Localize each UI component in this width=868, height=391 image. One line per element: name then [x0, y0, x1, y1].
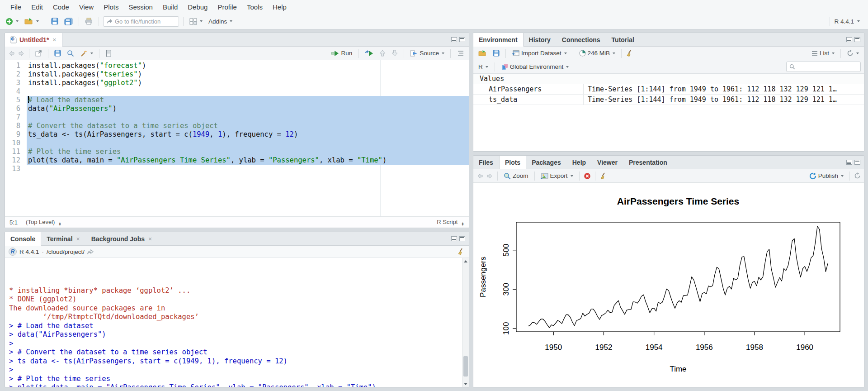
open-dir-arrow-icon[interactable] — [87, 249, 94, 254]
memory-usage-button[interactable]: 246 MiB — [577, 48, 618, 58]
menu-item-code[interactable]: Code — [48, 3, 74, 11]
menu-item-edit[interactable]: Edit — [26, 3, 48, 11]
tab-viewer[interactable]: Viewer — [592, 156, 623, 169]
code-line[interactable]: 10 — [5, 139, 469, 148]
code-tools-button[interactable] — [78, 48, 95, 58]
close-tab-icon[interactable]: × — [148, 235, 152, 243]
run-button[interactable]: Run — [329, 48, 354, 58]
clear-console-broom-icon[interactable] — [457, 248, 465, 255]
code-line[interactable]: 13 — [5, 165, 469, 173]
tab-terminal[interactable]: Terminal× — [41, 232, 86, 245]
go-to-next-button[interactable] — [390, 48, 400, 58]
save-workspace-button[interactable] — [491, 48, 501, 58]
tab-console[interactable]: Console — [5, 232, 41, 246]
code-line[interactable]: 11# Plot the time series — [5, 148, 469, 156]
open-file-button[interactable] — [23, 16, 41, 26]
maximize-pane-icon[interactable] — [854, 37, 860, 42]
close-tab-icon[interactable]: × — [76, 235, 80, 243]
save-all-button[interactable] — [62, 16, 75, 27]
console-output[interactable]: * installing *binary* package ‘ggplot2’ … — [5, 258, 469, 387]
export-plot-button[interactable]: Export — [539, 171, 575, 181]
code-line[interactable]: 7 — [5, 113, 469, 122]
environment-object-row[interactable]: AirPassengersTime-Series [1:144] from 19… — [473, 84, 864, 95]
scope-selector[interactable]: (Top Level) ▲▼ — [26, 219, 61, 226]
tab-background-jobs[interactable]: Background Jobs× — [86, 232, 158, 245]
code-line[interactable]: 9ts_data <- ts(AirPassengers, start = c(… — [5, 130, 469, 139]
tab-presentation[interactable]: Presentation — [623, 156, 673, 169]
code-line[interactable]: 2install.packages("tseries") — [5, 70, 469, 79]
code-line[interactable]: 6data("AirPassengers") — [5, 105, 469, 113]
tab-environment[interactable]: Environment — [473, 33, 524, 47]
close-tab-icon[interactable]: × — [52, 36, 56, 43]
remove-plot-icon[interactable] — [584, 172, 591, 180]
tab-plots[interactable]: Plots — [499, 156, 526, 169]
clear-environment-broom-icon[interactable] — [626, 50, 634, 57]
menu-item-file[interactable]: File — [5, 3, 26, 11]
code-line[interactable]: 3install.packages("ggplot2") — [5, 79, 469, 87]
previous-plot-icon[interactable] — [476, 173, 484, 179]
minimize-pane-icon[interactable] — [846, 37, 852, 42]
menu-item-tools[interactable]: Tools — [242, 3, 268, 11]
menu-item-plots[interactable]: Plots — [99, 3, 123, 11]
scroll-up-icon[interactable] — [462, 258, 469, 264]
code-line[interactable]: 1install.packages("forecast") — [5, 62, 469, 70]
language-selector[interactable]: R — [476, 62, 490, 72]
code-line[interactable]: 8# Convert the dataset to a time series … — [5, 122, 469, 130]
environment-search-input[interactable] — [797, 63, 858, 70]
menu-item-debug[interactable]: Debug — [183, 3, 212, 11]
list-view-button[interactable]: List — [810, 48, 836, 58]
scrollbar-thumb[interactable] — [463, 356, 468, 377]
tab-connections[interactable]: Connections — [557, 33, 606, 46]
tab-tutorial[interactable]: Tutorial — [606, 33, 640, 46]
minimize-pane-icon[interactable] — [451, 236, 457, 241]
go-to-previous-button[interactable] — [377, 48, 387, 58]
next-plot-icon[interactable] — [486, 173, 493, 179]
pane-layout-button[interactable] — [188, 17, 204, 26]
open-new-window-button[interactable] — [33, 49, 44, 58]
rerun-button[interactable] — [363, 49, 375, 58]
code-line[interactable]: 4 — [5, 87, 469, 96]
refresh-plot-icon[interactable] — [854, 172, 861, 179]
menu-item-help[interactable]: Help — [268, 3, 292, 11]
tab-packages[interactable]: Packages — [526, 156, 567, 169]
project-menu-button[interactable]: R 4.4.1 — [834, 18, 864, 25]
maximize-pane-icon[interactable] — [854, 160, 860, 165]
console-scrollbar[interactable] — [462, 258, 469, 387]
publish-button[interactable]: Publish — [807, 171, 845, 181]
doc-type-selector[interactable]: R Script ▲▼ — [437, 219, 464, 226]
save-button[interactable] — [49, 16, 60, 26]
save-source-button[interactable] — [52, 48, 63, 58]
menu-item-view[interactable]: View — [74, 3, 99, 11]
code-editor[interactable]: 1install.packages("forecast")2install.pa… — [5, 60, 469, 216]
scroll-down-icon[interactable] — [462, 381, 469, 387]
menu-item-build[interactable]: Build — [158, 3, 183, 11]
maximize-pane-icon[interactable] — [459, 37, 465, 42]
import-dataset-button[interactable]: Import Dataset — [510, 48, 569, 58]
load-workspace-button[interactable] — [476, 48, 489, 58]
refresh-environment-button[interactable] — [845, 48, 861, 58]
new-file-button[interactable] — [4, 16, 20, 27]
code-line[interactable]: 5# Load the dataset — [5, 96, 469, 105]
maximize-pane-icon[interactable] — [459, 236, 465, 241]
goto-file-input[interactable] — [115, 18, 169, 25]
find-replace-button[interactable] — [65, 48, 76, 58]
minimize-pane-icon[interactable] — [451, 37, 457, 42]
source-button[interactable]: Source — [408, 48, 446, 58]
tab-files[interactable]: Files — [473, 156, 499, 169]
menu-item-profile[interactable]: Profile — [212, 3, 242, 11]
zoom-plot-button[interactable]: Zoom — [502, 171, 530, 181]
clear-all-plots-broom-icon[interactable] — [599, 172, 608, 180]
tab-untitled1[interactable]: R Untitled1* × — [5, 33, 62, 47]
compile-report-button[interactable] — [104, 48, 113, 58]
goto-file-search[interactable] — [103, 16, 179, 27]
environment-search[interactable] — [786, 62, 861, 72]
print-button[interactable] — [83, 16, 94, 26]
environment-object-row[interactable]: ts_dataTime-Series [1:144] from 1949 to … — [473, 95, 864, 105]
tab-history[interactable]: History — [524, 33, 557, 46]
addins-button[interactable]: Addins — [207, 17, 234, 26]
environment-scope-selector[interactable]: Global Environment — [500, 62, 571, 72]
document-outline-button[interactable] — [455, 49, 466, 57]
minimize-pane-icon[interactable] — [846, 160, 852, 165]
menu-item-session[interactable]: Session — [124, 3, 158, 11]
code-line[interactable]: 12plot(ts_data, main = "AirPassengers Ti… — [5, 156, 469, 165]
